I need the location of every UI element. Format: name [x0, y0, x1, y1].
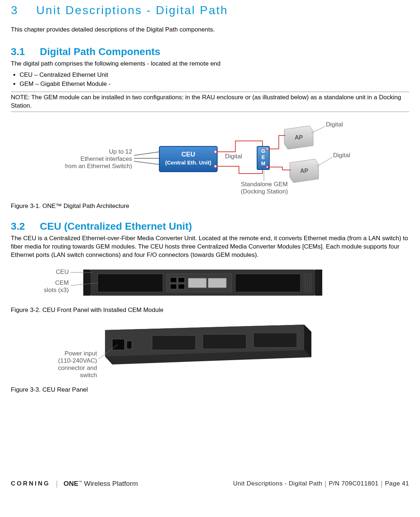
- figure-3-3-caption: Figure 3-3. CEU Rear Panel: [11, 386, 409, 393]
- svg-point-5: [214, 165, 217, 168]
- component-list: CEU – Centralized Ethernet Unit GEM – Gi…: [11, 70, 409, 89]
- svg-line-0: [134, 152, 159, 155]
- svg-rect-43: [203, 334, 246, 349]
- svg-line-15: [317, 157, 332, 166]
- standalone-label-line1: Standalone GEM: [241, 181, 287, 188]
- svg-point-11: [266, 166, 268, 168]
- svg-point-10: [266, 148, 268, 150]
- cem-label-line2: slots (x3): [44, 287, 69, 293]
- ceu-box-line1: CEU: [181, 151, 195, 158]
- separator-icon: |: [324, 480, 327, 488]
- figure-3-2: CEU CEM slots (x3): [43, 263, 333, 304]
- svg-rect-21: [98, 274, 163, 292]
- svg-text:G: G: [261, 148, 265, 154]
- svg-text:E: E: [261, 154, 265, 160]
- separator-icon: |: [381, 480, 383, 488]
- svg-rect-20: [315, 270, 322, 296]
- section-3-1-heading: 3.1Digital Path Components: [11, 46, 409, 58]
- chapter-intro: This chapter provides detailed descripti…: [11, 26, 409, 33]
- section-title: CEU (Centralized Ethernet Unit): [40, 221, 192, 232]
- svg-rect-28: [188, 278, 206, 288]
- brand-logo: CORNING: [11, 480, 50, 487]
- chapter-number: 3: [11, 4, 36, 17]
- svg-rect-25: [178, 278, 185, 283]
- ceu-box-line2: (Central Eth. Unit): [165, 159, 211, 166]
- power-label-line2: (110-240VAC): [58, 357, 97, 364]
- ceu-label: CEU: [56, 268, 69, 275]
- svg-rect-26: [170, 284, 177, 289]
- cem-label-line1: CEM: [55, 279, 69, 286]
- footer-title: Unit Descriptions - Digital Path: [233, 480, 323, 487]
- svg-rect-44: [253, 333, 297, 347]
- svg-point-4: [214, 150, 217, 153]
- list-item: CEU – Centralized Ethernet Unit: [20, 70, 409, 80]
- section-number: 3.2: [11, 221, 40, 232]
- digital-label-mid: Digital: [225, 153, 242, 160]
- standalone-label-line2: (Docking Station): [241, 188, 288, 195]
- svg-rect-42: [152, 335, 196, 350]
- section-number: 3.1: [11, 46, 40, 58]
- digital-label-top: Digital: [326, 121, 343, 128]
- eth-label-line3: (from an Ethernet Switch): [65, 163, 132, 170]
- figure-3-1-caption: Figure 3-1. ONE™ Digital Path Architectu…: [11, 203, 409, 210]
- power-label-line1: Power input: [64, 350, 97, 357]
- svg-rect-19: [83, 270, 91, 296]
- platform-name: ONE™ Wireless Platform: [63, 480, 138, 488]
- svg-rect-27: [178, 284, 185, 289]
- power-label-line3: connector and: [58, 364, 97, 371]
- ap-label-top: AP: [295, 134, 303, 141]
- svg-rect-23: [235, 274, 301, 292]
- svg-line-2: [134, 161, 159, 164]
- svg-rect-40: [112, 339, 125, 350]
- page-footer: CORNING | ONE™ Wireless Platform Unit De…: [11, 475, 409, 493]
- svg-text:M: M: [261, 160, 265, 166]
- svg-rect-24: [170, 278, 177, 283]
- note-box: NOTE: The GEM module can be installed in…: [11, 92, 409, 112]
- footer-pn: P/N 709C011801: [329, 480, 378, 487]
- power-label-line4: switch: [80, 372, 97, 379]
- figure-3-2-caption: Figure 3-2. CEU Front Panel with Install…: [11, 307, 409, 314]
- digital-label-bottom: Digital: [333, 152, 350, 159]
- svg-rect-3: [159, 146, 217, 172]
- ap-label-bottom: AP: [300, 168, 308, 174]
- svg-line-14: [311, 126, 325, 133]
- figure-3-1: Up to 12 Ethernet interfaces (from an Et…: [65, 116, 355, 200]
- section-3-2-heading: 3.2CEU (Centralized Ethernet Unit): [11, 221, 409, 232]
- separator-icon: |: [56, 480, 58, 488]
- svg-rect-29: [208, 278, 226, 288]
- figure-3-3: Power input (110-240VAC) connector and s…: [58, 325, 319, 384]
- list-item: GEM – Gigabit Ethernet Module -: [20, 79, 409, 89]
- chapter-heading: 3Unit Descriptions - Digital Path: [11, 4, 409, 17]
- chapter-title: Unit Descriptions - Digital Path: [36, 4, 228, 17]
- section-title: Digital Path Components: [40, 46, 160, 57]
- footer-page: Page 41: [385, 480, 409, 487]
- section-3-2-body: The CEU is a Centralized Ethernet-over-F…: [11, 234, 409, 259]
- section-3-1-lead: The digital path comprises the following…: [11, 60, 409, 68]
- eth-label-line1: Up to 12: [109, 148, 132, 155]
- eth-label-line2: Ethernet interfaces: [80, 155, 132, 162]
- svg-rect-41: [127, 341, 132, 349]
